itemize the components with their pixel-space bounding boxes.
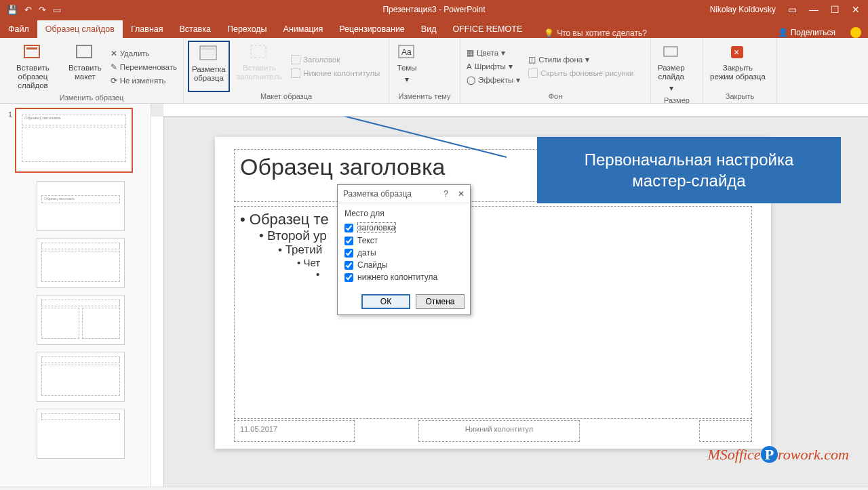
svg-rect-5 [201, 52, 215, 58]
delete-icon: ✕ [111, 49, 117, 58]
undo-icon[interactable]: ↶ [24, 5, 32, 15]
preserve-icon: ⟳ [111, 76, 117, 85]
footer-placeholder[interactable]: Нижний колонтитул [418, 420, 580, 442]
layout-thumbnail[interactable] [37, 295, 125, 345]
workspace: 1 Образец заголовка Образец заголовка Об… [0, 104, 868, 487]
tell-me[interactable]: 💡 Что вы хотите сделать? [544, 28, 647, 38]
colors-icon: ▦ [467, 48, 474, 58]
master-layout-dialog: Разметка образца ? ✕ Место для заголовка… [337, 184, 471, 315]
themes-icon: Aa [396, 43, 418, 61]
user-name[interactable]: Nikolay Koldovsky [710, 5, 776, 14]
svg-rect-0 [24, 45, 39, 58]
window-title: Презентация3 - PowerPoint [382, 5, 485, 14]
ok-button[interactable]: ОК [361, 294, 410, 309]
effects-button[interactable]: ◯Эффекты ▾ [465, 74, 522, 86]
feedback-icon[interactable] [850, 27, 861, 38]
layout-thumbnail[interactable] [37, 352, 125, 402]
save-icon[interactable]: 💾 [7, 5, 18, 15]
chk-slides[interactable]: Слайды [344, 259, 463, 271]
themes-button[interactable]: Aa Темы▾ [393, 41, 420, 92]
footers-checkbox: Нижние колонтитулы [289, 67, 382, 79]
number-placeholder[interactable] [699, 420, 752, 442]
title-checkbox: Заголовок [289, 54, 382, 66]
delete-button[interactable]: ✕Удалить [108, 47, 179, 60]
dialog-titlebar[interactable]: Разметка образца ? ✕ [338, 185, 470, 203]
slideshow-icon[interactable]: ▭ [53, 5, 61, 15]
fonts-button[interactable]: AШрифты ▾ [465, 60, 522, 73]
ribbon: Вставить образец слайдов Вставить макет … [0, 38, 868, 104]
size-icon [660, 43, 682, 61]
close-icon[interactable]: ✕ [852, 4, 860, 15]
layout-thumbnail[interactable] [37, 238, 125, 288]
master-layout-button[interactable]: Разметка образца [188, 41, 230, 92]
vertical-ruler[interactable] [151, 117, 164, 487]
tab-slide-master[interactable]: Образец слайдов [37, 20, 123, 38]
chk-text[interactable]: Текст [344, 234, 463, 247]
maximize-icon[interactable]: ☐ [831, 4, 840, 15]
status-bar: Заметки "Тема Office" 📖 русский ▦ ▤ ▭ ▣ … [0, 487, 868, 490]
dialog-close-icon[interactable]: ✕ [458, 189, 465, 199]
annotation-callout: Первоначальная настройка мастер-слайда [537, 137, 841, 203]
ribbon-options-icon[interactable]: ▭ [788, 4, 797, 15]
close-master-icon: × [727, 43, 749, 61]
tab-review[interactable]: Рецензирование [331, 20, 413, 38]
chk-date[interactable]: даты [344, 247, 463, 259]
slide-size-button[interactable]: Размер слайда▾ [655, 41, 688, 96]
cancel-button[interactable]: Отмена [416, 294, 465, 309]
svg-rect-9 [664, 47, 677, 56]
placeholder-icon [248, 43, 270, 61]
insert-master-icon [22, 43, 43, 61]
ribbon-tabs: Файл Образец слайдов Главная Вставка Пер… [0, 19, 868, 38]
insert-layout-button[interactable]: Вставить макет [66, 41, 104, 94]
bg-icon: ◫ [528, 55, 536, 64]
thumbnail-panel[interactable]: 1 Образец заголовка Образец заголовка [0, 104, 151, 487]
tab-animation[interactable]: Анимация [275, 20, 332, 38]
group-master-layout: Макет образца [188, 92, 384, 102]
rename-button[interactable]: ✎Переименовать [108, 61, 179, 73]
minimize-icon[interactable]: — [809, 4, 818, 15]
share-button[interactable]: 👤 Поделиться [778, 28, 835, 37]
svg-text:Aa: Aa [401, 47, 412, 57]
svg-text:×: × [734, 47, 739, 58]
bg-styles-button[interactable]: ◫Стили фона ▾ [526, 54, 635, 66]
tab-transitions[interactable]: Переходы [219, 20, 275, 38]
preserve-button[interactable]: ⟳Не изменять [108, 75, 179, 87]
insert-placeholder-button[interactable]: Вставить заполнитель [234, 41, 285, 92]
title-bar: 💾 ↶ ↷ ▭ Презентация3 - PowerPoint Nikola… [0, 0, 868, 19]
tab-view[interactable]: Вид [413, 20, 445, 38]
insert-slide-master-button[interactable]: Вставить образец слайдов [4, 41, 62, 94]
dialog-help-icon[interactable]: ? [443, 189, 448, 199]
body-placeholder[interactable]: • Образец те • Второй ур • Третий • Чет … [234, 206, 752, 419]
editor-area: Образец заголовка • Образец те • Второй … [151, 104, 868, 487]
fonts-icon: A [467, 62, 472, 70]
thumb-number: 1 [3, 108, 15, 119]
layout-thumbnail[interactable] [37, 409, 125, 459]
layout-thumbnail[interactable]: Образец заголовка [37, 181, 125, 231]
chk-title[interactable]: заголовка [344, 221, 463, 234]
master-thumbnail[interactable]: Образец заголовка [15, 108, 133, 173]
insert-layout-icon [74, 43, 96, 61]
colors-button[interactable]: ▦Цвета ▾ [465, 47, 522, 59]
horizontal-ruler[interactable] [163, 104, 868, 117]
master-layout-icon [198, 45, 220, 62]
svg-rect-1 [26, 47, 37, 49]
dialog-group-label: Место для [344, 209, 463, 218]
tab-file[interactable]: Файл [0, 20, 37, 38]
close-master-button[interactable]: × Закрыть режим образца [707, 41, 768, 92]
tab-office-remote[interactable]: OFFICE REMOTE [444, 20, 530, 38]
slide-canvas[interactable]: Образец заголовка • Образец те • Второй … [164, 117, 868, 487]
watermark: MSofficeProwork.com [707, 446, 849, 464]
effects-icon: ◯ [467, 75, 475, 85]
date-placeholder[interactable]: 11.05.2017 [234, 420, 355, 442]
chk-footer[interactable]: нижнего колонтитула [344, 271, 463, 283]
group-bg: Фон [465, 92, 646, 102]
svg-rect-2 [77, 45, 92, 58]
hide-bg-checkbox: Скрыть фоновые рисунки [526, 67, 635, 79]
tab-insert[interactable]: Вставка [172, 20, 219, 38]
group-edit-master: Изменить образец [4, 94, 179, 103]
svg-rect-6 [251, 45, 266, 58]
svg-rect-4 [201, 47, 215, 50]
tab-home[interactable]: Главная [123, 20, 172, 38]
redo-icon[interactable]: ↷ [39, 5, 46, 15]
quick-access-toolbar: 💾 ↶ ↷ ▭ [0, 5, 61, 15]
